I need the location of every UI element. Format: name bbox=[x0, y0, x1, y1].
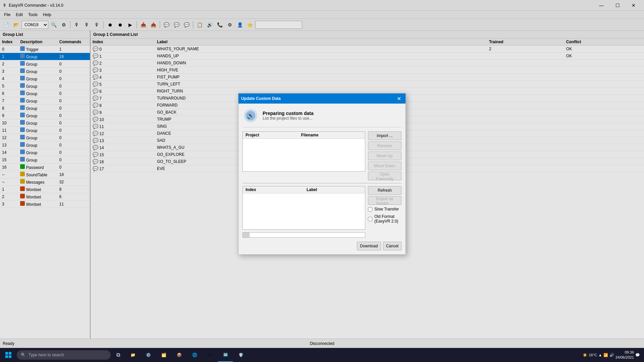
dialog-right-col: Refresh Export as header ... Slow Transf… bbox=[368, 186, 401, 230]
dialog-bottom-section: Index Label Refresh Export as header ...… bbox=[243, 186, 401, 230]
dialog-header-subtitle: List the project files to use... bbox=[263, 116, 314, 121]
taskbar-apps: 📁 ⚙️ 🗂️ 📦 🌐 ⬡ 🗺️ 🛡️ bbox=[125, 348, 581, 362]
dialog-separator bbox=[243, 183, 401, 183]
dialog-header-title: Preparing custom data bbox=[263, 111, 314, 116]
taskbar-network-icon: ▲ bbox=[598, 353, 602, 357]
taskbar-wifi-icon: 📶 bbox=[603, 353, 608, 357]
dialog-top-buttons: Import ... Remove Move Up Move Down Open… bbox=[368, 131, 401, 180]
dialog-footer: Download Cancel bbox=[243, 240, 401, 250]
open-externally-button[interactable]: Open Externally bbox=[368, 172, 401, 180]
download-button[interactable]: Download bbox=[357, 242, 381, 250]
remove-button[interactable]: Remove bbox=[368, 141, 401, 150]
taskbar-antivirus-app[interactable]: 🛡️ bbox=[233, 348, 248, 362]
taskbar-clock[interactable]: 09:36 24/06/2021 bbox=[615, 350, 634, 360]
taskbar-explorer-app[interactable]: 📁 bbox=[125, 348, 140, 362]
dialog-index-table-container[interactable]: Index Label bbox=[243, 186, 365, 230]
taskbar-search-placeholder: Type here to search bbox=[29, 353, 64, 357]
taskbar-volume-icon: 🔊 bbox=[609, 353, 614, 357]
dialog-header-icon: 🔊 bbox=[243, 108, 259, 124]
windows-logo-icon bbox=[5, 352, 11, 358]
dialog-file-table: Project Filename bbox=[243, 132, 365, 139]
taskbar-maps-app[interactable]: 🗺️ bbox=[218, 348, 233, 362]
taskbar-arduino-app[interactable]: ⬡ bbox=[203, 348, 217, 362]
taskbar-temperature: 16°C bbox=[589, 353, 597, 357]
cancel-button[interactable]: Cancel bbox=[383, 242, 401, 250]
slow-transfer-row: Slow Transfer bbox=[368, 207, 401, 212]
horizontal-scrollbar[interactable] bbox=[243, 232, 365, 238]
move-up-button[interactable]: Move Up bbox=[368, 152, 401, 160]
old-format-checkbox[interactable] bbox=[368, 217, 372, 221]
taskbar-chrome-app[interactable]: 🌐 bbox=[187, 348, 202, 362]
search-icon: 🔍 bbox=[21, 353, 26, 357]
taskbar: 🔍 Type here to search ⧉ 📁 ⚙️ 🗂️ 📦 🌐 ⬡ 🗺️… bbox=[0, 348, 644, 362]
start-button[interactable] bbox=[1, 348, 15, 362]
taskbar-date-display: 24/06/2021 bbox=[615, 355, 634, 360]
taskbar-time-display: 09:36 bbox=[615, 350, 634, 355]
taskbar-winrar-app[interactable]: 📦 bbox=[172, 348, 186, 362]
taskbar-settings-app[interactable]: ⚙️ bbox=[141, 348, 156, 362]
dialog-overlay: Update Custom Data ✕ 🔊 Preparing custom … bbox=[0, 0, 644, 348]
dialog-header-text: Preparing custom data List the project f… bbox=[263, 111, 314, 121]
taskbar-right: ☀️ 16°C ▲ 📶 🔊 09:36 24/06/2021 💬 bbox=[583, 350, 643, 360]
dialog-header-section: 🔊 Preparing custom data List the project… bbox=[243, 108, 401, 127]
taskbar-notification-icon[interactable]: 💬 bbox=[635, 353, 640, 357]
scrollbar-area bbox=[243, 232, 401, 238]
dialog-body: 🔊 Preparing custom data List the project… bbox=[238, 104, 406, 254]
scrollbar-spacer bbox=[368, 232, 401, 238]
index-col-index: Index bbox=[243, 186, 304, 193]
task-view-button[interactable]: ⧉ bbox=[112, 348, 124, 362]
old-format-label: Old Format (EasyVR 2.0) bbox=[374, 214, 401, 224]
old-format-row: Old Format (EasyVR 2.0) bbox=[368, 214, 401, 224]
index-col-label: Label bbox=[304, 186, 365, 193]
dialog-top-section: Project Filename Import ... Remove Move … bbox=[243, 131, 401, 180]
taskbar-search-area[interactable]: 🔍 Type here to search bbox=[17, 350, 111, 360]
dialog-file-table-container[interactable]: Project Filename bbox=[243, 131, 365, 172]
dialog-index-table: Index Label bbox=[243, 186, 365, 193]
dialog-close-button[interactable]: ✕ bbox=[395, 95, 403, 103]
import-button[interactable]: Import ... bbox=[368, 131, 401, 140]
taskbar-files-app[interactable]: 🗂️ bbox=[156, 348, 171, 362]
slow-transfer-label: Slow Transfer bbox=[374, 207, 399, 212]
update-custom-data-dialog: Update Custom Data ✕ 🔊 Preparing custom … bbox=[238, 93, 406, 255]
refresh-button[interactable]: Refresh bbox=[368, 186, 401, 195]
move-down-button[interactable]: Move Down bbox=[368, 162, 401, 170]
dialog-title-bar: Update Custom Data ✕ bbox=[238, 94, 406, 104]
export-header-button[interactable]: Export as header ... bbox=[368, 196, 401, 205]
dialog-title: Update Custom Data bbox=[241, 96, 281, 101]
svg-text:🔊: 🔊 bbox=[247, 112, 255, 119]
slow-transfer-checkbox[interactable] bbox=[368, 207, 372, 212]
taskbar-sun-icon: ☀️ bbox=[583, 353, 587, 357]
file-col-project: Project bbox=[243, 132, 298, 139]
file-col-filename: Filename bbox=[298, 132, 365, 139]
